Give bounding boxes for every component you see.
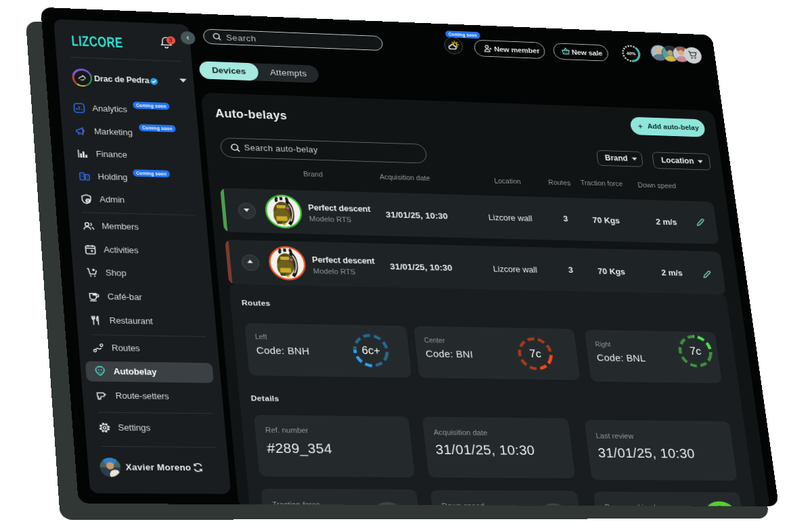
- svg-text:6c+: 6c+: [361, 345, 381, 356]
- svg-text:7c: 7c: [689, 346, 702, 357]
- svg-text:7c: 7c: [529, 348, 542, 359]
- svg-text:40%: 40%: [627, 51, 636, 56]
